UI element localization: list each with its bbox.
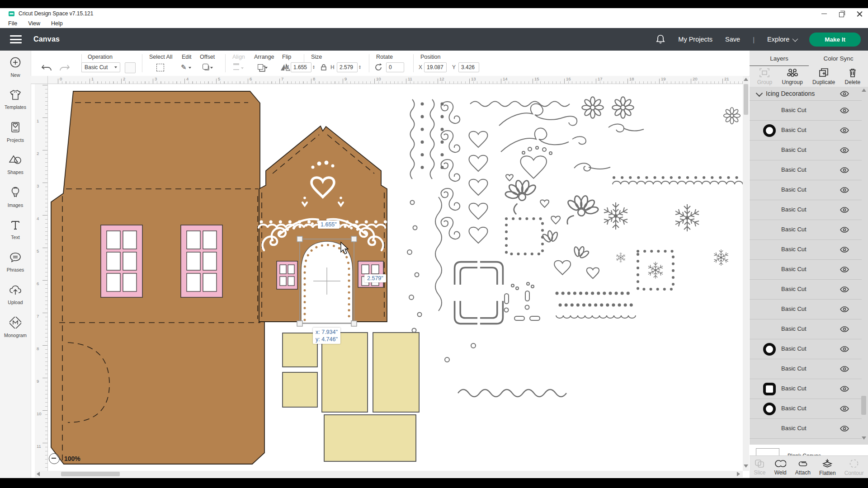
eye-visibility-icon[interactable] [840, 206, 849, 215]
eye-visibility-icon[interactable] [840, 127, 849, 135]
eye-visibility-icon[interactable] [840, 366, 849, 374]
rotate-icon[interactable] [374, 63, 382, 71]
sidebar-item-projects[interactable]: Projects [0, 116, 31, 148]
rotate-input[interactable]: 0 [386, 62, 404, 72]
sidebar-item-phrases[interactable]: Phrases [0, 246, 31, 278]
eye-visibility-icon[interactable] [840, 226, 849, 235]
layer-row[interactable]: Basic Cut [750, 319, 862, 339]
delete-button[interactable]: Delete [845, 67, 861, 85]
flip-label[interactable]: Flip [282, 54, 291, 60]
offset-label[interactable]: Offset [200, 54, 215, 60]
height-stepper[interactable]: ▲▼ [359, 62, 363, 72]
sidebar-item-templates[interactable]: Templates [0, 83, 31, 116]
eye-visibility-icon[interactable] [840, 187, 849, 195]
arrange-icon[interactable] [258, 63, 268, 71]
undo-icon[interactable] [41, 63, 52, 72]
height-input[interactable]: 2.579 [337, 62, 358, 72]
my-projects-link[interactable]: My Projects [678, 36, 712, 43]
x-field-label: X [419, 64, 422, 70]
zoom-out-icon[interactable] [49, 453, 60, 464]
eye-visibility-icon[interactable] [840, 346, 849, 354]
canvas-vertical-scrollbar[interactable] [743, 76, 749, 471]
close-button[interactable] [857, 11, 863, 17]
layer-row[interactable]: Basic Cut [750, 419, 862, 439]
layer-group-header[interactable]: Icing Decorations [750, 87, 862, 101]
redo-icon[interactable] [59, 63, 71, 72]
edit-label[interactable]: Edit [182, 54, 192, 60]
design-canvas[interactable]: 1.655" 2.579" x: 7.934"y: 4.746" [48, 84, 743, 471]
color-swatch-button[interactable] [125, 62, 136, 73]
sidebar-item-monogram[interactable]: Monogram [0, 311, 31, 343]
layer-row[interactable]: Basic Cut [750, 220, 862, 240]
operation-dropdown[interactable]: Basic Cut [81, 62, 120, 72]
edit-pencil-icon[interactable]: ✎ [181, 63, 191, 71]
panel-scrollbar[interactable] [861, 88, 867, 480]
layer-row[interactable]: Basic Cut [750, 141, 862, 160]
flatten-button[interactable]: Flatten [819, 458, 836, 476]
layer-row[interactable]: Basic Cut [750, 160, 862, 180]
ruler-number: 1 [37, 118, 39, 123]
menu-item-file[interactable]: File [8, 20, 17, 27]
eye-visibility-icon[interactable] [840, 107, 849, 115]
sidebar-item-upload[interactable]: Upload [0, 278, 31, 311]
offset-icon[interactable] [203, 63, 213, 71]
upload-icon [9, 285, 22, 297]
eye-visibility-icon[interactable] [840, 306, 849, 314]
eye-visibility-icon[interactable] [840, 425, 849, 433]
layer-row[interactable]: Basic Cut [750, 359, 862, 379]
sidebar-item-text[interactable]: Text [0, 213, 31, 246]
layer-row[interactable]: Basic Cut [750, 121, 862, 141]
menu-item-help[interactable]: Help [51, 20, 63, 27]
eye-visibility-icon[interactable] [840, 326, 849, 334]
arrange-label[interactable]: Arrange [254, 54, 274, 60]
layer-row[interactable]: Basic Cut [750, 300, 862, 319]
eye-visibility-icon[interactable] [840, 167, 849, 175]
explore-menu[interactable]: Explore [767, 36, 797, 43]
canvas-horizontal-scrollbar[interactable] [35, 471, 743, 477]
y-position-input[interactable]: 3.426 [458, 62, 479, 72]
layer-row[interactable]: Basic Cut [750, 379, 862, 399]
layer-row[interactable]: Basic Cut [750, 280, 862, 300]
lock-icon[interactable] [320, 63, 327, 72]
sidebar-item-images[interactable]: Images [0, 181, 31, 213]
chevron-down-icon[interactable] [756, 90, 763, 97]
attach-button[interactable]: Attach [795, 459, 811, 476]
layer-row[interactable]: Basic Cut [750, 200, 862, 220]
duplicate-button[interactable]: Duplicate [812, 67, 835, 85]
restore-button[interactable] [839, 11, 845, 17]
layer-row[interactable]: Basic Cut [750, 180, 862, 200]
hamburger-menu-icon[interactable] [10, 35, 22, 43]
eye-visibility-icon[interactable] [840, 90, 849, 99]
eye-visibility-icon[interactable] [840, 405, 849, 413]
select-all-icon[interactable] [156, 64, 164, 71]
make-it-button[interactable]: Make It [809, 33, 861, 47]
minimize-button[interactable] [821, 11, 827, 17]
eye-visibility-icon[interactable] [840, 147, 849, 155]
layer-row[interactable]: Basic Cut [750, 101, 862, 121]
tab-layers[interactable]: Layers [750, 51, 809, 66]
width-input[interactable]: 1.655 [291, 62, 311, 72]
tab-color-sync[interactable]: Color Sync [809, 51, 868, 66]
zoom-control[interactable]: 100% [49, 453, 80, 464]
phrases-icon [9, 252, 21, 265]
sidebar-item-new[interactable]: New [0, 51, 31, 83]
menu-item-view[interactable]: View [28, 20, 40, 27]
ruler-number: 16 [566, 76, 571, 81]
layer-row[interactable]: Basic Cut [750, 339, 862, 359]
sidebar-item-shapes[interactable]: Shapes [0, 148, 31, 181]
width-stepper[interactable]: ▲▼ [312, 62, 317, 72]
eye-visibility-icon[interactable] [840, 385, 849, 394]
layer-row[interactable]: Basic Cut [750, 260, 862, 280]
weld-button[interactable]: Weld [774, 459, 787, 476]
layer-row[interactable]: Basic Cut [750, 240, 862, 260]
eye-visibility-icon[interactable] [840, 246, 849, 254]
x-position-input[interactable]: 19.087 [424, 62, 447, 72]
eye-visibility-icon[interactable] [840, 266, 849, 274]
layer-row[interactable]: Basic Cut [750, 399, 862, 419]
notifications-bell-icon[interactable] [656, 34, 665, 45]
ungroup-button[interactable]: Ungroup [782, 67, 803, 85]
sidebar-item-label: New [10, 72, 20, 78]
select-all-label[interactable]: Select All [149, 54, 172, 60]
eye-visibility-icon[interactable] [840, 286, 849, 294]
save-link[interactable]: Save [725, 36, 740, 43]
